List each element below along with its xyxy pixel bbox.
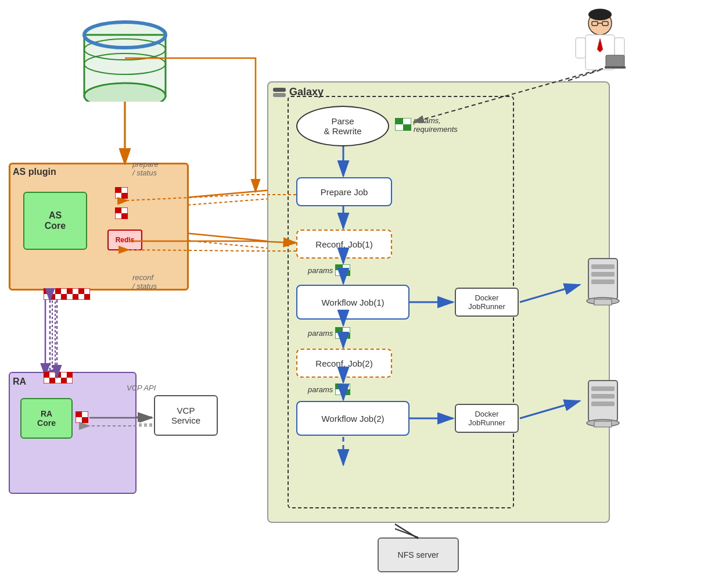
svg-point-36 [84, 83, 166, 102]
svg-rect-124 [591, 279, 615, 284]
svg-rect-130 [591, 401, 615, 406]
svg-rect-98 [61, 378, 67, 383]
server-icon-2 [580, 378, 626, 438]
params-checker-3: params [308, 383, 350, 395]
workflow-job2-box: Workflow Job(2) [296, 401, 410, 436]
svg-rect-76 [61, 288, 67, 294]
svg-rect-126 [594, 299, 612, 305]
reconf-status-label: reconf / status [132, 273, 157, 291]
as-core-box: AS Core [23, 192, 87, 250]
ra-core-box: RA Core [20, 398, 73, 439]
svg-rect-50 [605, 66, 626, 69]
svg-rect-77 [67, 288, 73, 294]
svg-rect-119 [343, 389, 350, 395]
svg-rect-83 [55, 294, 61, 300]
db-svg [78, 17, 171, 102]
svg-rect-91 [49, 372, 55, 378]
svg-rect-73 [44, 288, 49, 294]
svg-rect-88 [84, 294, 90, 300]
ra-label: RA [13, 377, 26, 387]
svg-rect-95 [44, 378, 49, 383]
svg-rect-86 [73, 294, 78, 300]
svg-rect-106 [335, 264, 343, 270]
svg-rect-80 [84, 288, 90, 294]
svg-line-30 [395, 529, 418, 537]
params-requirements-label: params, requirements [414, 116, 458, 134]
database-cylinder [78, 17, 171, 104]
svg-rect-87 [78, 294, 84, 300]
svg-rect-107 [343, 264, 350, 270]
as-plugin-label: AS plugin [13, 167, 56, 177]
svg-rect-122 [591, 264, 615, 269]
reconf-job1-box: Reconf. Job(1) [296, 230, 392, 259]
svg-rect-94 [67, 372, 73, 378]
svg-rect-59 [121, 187, 128, 193]
workflow-job1-box: Workflow Job(1) [296, 285, 410, 320]
connector-red-2 [115, 207, 128, 221]
svg-rect-84 [61, 294, 67, 300]
svg-rect-79 [78, 288, 84, 294]
connector-red-ra-right [76, 411, 88, 425]
svg-rect-104 [82, 417, 88, 423]
redis-box: Redis [107, 230, 142, 250]
svg-rect-60 [115, 193, 121, 199]
svg-rect-47 [576, 38, 585, 58]
connector-red-ra-top [44, 372, 73, 386]
svg-line-159 [395, 524, 418, 539]
svg-rect-97 [55, 378, 61, 383]
svg-rect-66 [121, 213, 128, 219]
svg-rect-53 [395, 118, 403, 124]
svg-rect-82 [49, 294, 55, 300]
svg-rect-54 [403, 118, 411, 124]
user-figure [565, 9, 635, 87]
svg-rect-117 [343, 383, 350, 389]
svg-rect-102 [82, 411, 88, 417]
svg-rect-118 [335, 389, 343, 395]
user-svg [565, 9, 635, 84]
svg-rect-128 [591, 386, 615, 391]
svg-rect-111 [335, 327, 343, 333]
svg-rect-52 [273, 93, 286, 97]
svg-rect-108 [335, 270, 343, 276]
checkered-params-main [395, 118, 411, 133]
svg-rect-99 [67, 378, 73, 383]
vcp-service-box: VCP Service [154, 395, 218, 436]
svg-rect-114 [343, 333, 350, 339]
svg-rect-56 [403, 124, 411, 131]
svg-rect-55 [395, 124, 403, 131]
svg-rect-78 [73, 288, 78, 294]
svg-rect-129 [591, 394, 615, 399]
svg-rect-81 [44, 294, 49, 300]
svg-rect-113 [335, 333, 343, 339]
svg-rect-101 [76, 411, 82, 417]
svg-rect-63 [115, 207, 121, 213]
svg-rect-90 [44, 372, 49, 378]
svg-rect-93 [61, 372, 67, 378]
svg-rect-75 [55, 288, 61, 294]
svg-rect-51 [273, 88, 286, 92]
svg-rect-112 [343, 327, 350, 333]
svg-rect-92 [55, 372, 61, 378]
reconf-job2-box: Reconf. Job(2) [296, 349, 392, 378]
svg-rect-58 [115, 187, 121, 193]
svg-point-41 [588, 9, 612, 20]
prepare-job-box: Prepare Job [296, 177, 392, 206]
galaxy-icon [273, 88, 286, 97]
svg-rect-74 [49, 288, 55, 294]
svg-rect-123 [591, 272, 615, 277]
svg-rect-132 [594, 421, 612, 427]
prepare-status-label: prepare / status [132, 160, 159, 177]
svg-rect-96 [49, 378, 55, 383]
svg-rect-116 [335, 383, 343, 389]
parse-rewrite-ellipse: Parse & Rewrite [296, 106, 389, 146]
server-icon-1 [580, 256, 626, 316]
svg-rect-61 [121, 193, 128, 199]
docker-jobrunner2-box: Docker JobRunner [455, 404, 519, 433]
vcp-api-label: VCP API [127, 383, 156, 392]
svg-rect-65 [115, 213, 121, 219]
svg-rect-49 [606, 55, 624, 67]
svg-rect-85 [67, 294, 73, 300]
connector-red-bottom [44, 288, 90, 302]
connector-red-1 [115, 187, 128, 201]
docker-jobrunner1-box: Docker JobRunner [455, 288, 519, 317]
